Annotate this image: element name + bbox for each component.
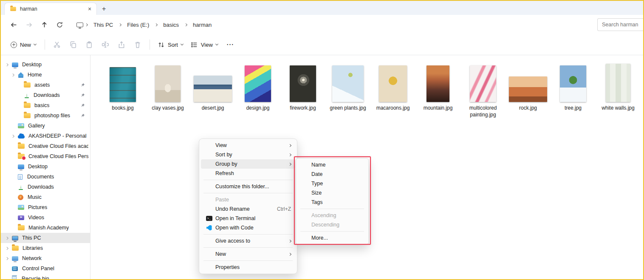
menu-separator (203, 234, 293, 235)
thumbnail-wrap (508, 61, 548, 102)
chevron-right-icon (288, 144, 291, 147)
chevron-down-icon (34, 42, 37, 45)
file-name: mountain.jpg (424, 105, 453, 112)
context-menu-item-customize[interactable]: Customize this folder... (201, 182, 295, 191)
sidebar-item-onedrive[interactable]: AKASHDEEP - Personal (1, 131, 90, 141)
folder-icon (18, 144, 25, 149)
breadcrumb-harman[interactable]: harman (189, 20, 215, 30)
context-menu-item-sort-by[interactable]: Sort by (201, 150, 295, 159)
back-button[interactable] (6, 17, 21, 32)
file-thumbnail (379, 65, 407, 102)
rename-button[interactable] (97, 37, 113, 52)
sidebar-item-pictures[interactable]: Pictures (1, 202, 90, 212)
context-menu-item-undo-rename[interactable]: Undo Rename Ctrl+Z (201, 204, 295, 214)
thumbnail-wrap (238, 61, 277, 102)
sidebar-item-downloads[interactable]: Downloads (1, 182, 90, 192)
tab-harman[interactable]: harman × (4, 3, 97, 15)
menu-separator (203, 260, 293, 261)
group-by-item-date[interactable]: Date (298, 170, 367, 179)
sidebar-item-assets[interactable]: assets (1, 80, 90, 90)
file-item-design[interactable]: design.jpg (238, 61, 277, 112)
breadcrumb-this-pc[interactable]: This PC (90, 20, 117, 30)
forward-button[interactable] (21, 17, 37, 32)
group-by-item-type[interactable]: Type (298, 179, 367, 188)
thumbnail-wrap (554, 61, 593, 102)
sidebar-item-this-pc[interactable]: This PC (1, 233, 90, 243)
sidebar-item-gallery[interactable]: Gallery (1, 121, 90, 131)
more-options-button[interactable]: ··· (222, 39, 239, 51)
refresh-button[interactable] (52, 17, 67, 32)
sidebar-item-photoshop-files[interactable]: photoshop files (1, 110, 90, 121)
sidebar-item-network[interactable]: Network (1, 253, 90, 263)
thumbnail-wrap (373, 61, 412, 102)
view-button[interactable]: View (187, 38, 222, 51)
context-menu-item-give-access-to[interactable]: Give access to (201, 236, 295, 246)
file-item-multicolored-painting[interactable]: multicolored painting.jpg (463, 61, 503, 118)
file-name: green plants.jpg (330, 105, 366, 112)
file-item-white-walls[interactable]: white walls.jpg (599, 61, 638, 112)
file-item-macaroons[interactable]: macaroons.jpg (373, 61, 412, 112)
file-name: desert.jpg (202, 105, 224, 112)
file-item-mountain[interactable]: mountain.jpg (418, 61, 458, 112)
sidebar-item-creative-cloud-academ[interactable]: Creative Cloud Files academ (1, 141, 90, 151)
group-by-item-tags[interactable]: Tags (298, 198, 367, 207)
chevron-icon (11, 74, 14, 76)
sidebar-item-libraries[interactable]: Libraries (1, 243, 90, 253)
sort-button[interactable]: Sort (154, 38, 187, 51)
share-button[interactable] (113, 37, 130, 52)
sidebar-item-desktop-top[interactable]: Desktop (1, 59, 90, 70)
sidebar-item-downloads-pinned[interactable]: Downloads (1, 90, 90, 100)
up-button[interactable] (37, 17, 52, 32)
new-button-label: New (20, 42, 31, 48)
search-input[interactable] (602, 22, 643, 28)
context-menu-item-refresh[interactable]: Refresh (201, 169, 295, 178)
file-item-books[interactable]: books.jpg (103, 61, 142, 112)
sidebar-item-music[interactable]: Music (1, 192, 90, 202)
context-menu-item-open-with-code[interactable]: Open with Code (201, 223, 295, 232)
context-menu-item-open-in-terminal[interactable]: Open in Terminal (201, 214, 295, 223)
menu-item-label: Group by (215, 161, 237, 167)
sidebar-item-desktop[interactable]: Desktop (1, 161, 90, 172)
sidebar-item-recycle-bin[interactable]: Recycle bin (1, 274, 90, 279)
sort-button-label: Sort (168, 42, 178, 48)
sidebar-item-manish-academy[interactable]: Manish Academy (1, 223, 90, 233)
paste-button[interactable] (81, 37, 97, 52)
context-menu-item-new[interactable]: New (201, 249, 295, 259)
thumbnail-wrap (328, 61, 367, 102)
file-item-tree[interactable]: tree.jpg (554, 61, 593, 112)
sidebar-item-basics[interactable]: basics (1, 100, 90, 110)
group-by-item-name[interactable]: Name (298, 160, 367, 170)
context-menu-item-group-by[interactable]: Group by (201, 159, 295, 169)
file-item-firework[interactable]: firework.jpg (283, 61, 322, 112)
file-item-desert[interactable]: desert.jpg (193, 61, 232, 112)
sidebar-item-videos[interactable]: Videos (1, 212, 90, 223)
sidebar-item-label: Network (22, 255, 42, 261)
close-tab-icon[interactable]: × (85, 5, 94, 13)
copy-button[interactable] (65, 37, 81, 52)
folder-icon (24, 103, 31, 108)
sidebar-item-creative-cloud-personal[interactable]: Creative Cloud Files Personal (1, 151, 90, 161)
delete-button[interactable] (130, 37, 146, 52)
breadcrumb-basics[interactable]: basics (159, 20, 183, 30)
context-menu-item-view[interactable]: View (201, 141, 295, 150)
menu-item-label: Tags (311, 199, 322, 205)
file-item-green-plants[interactable]: green plants.jpg (328, 61, 367, 112)
file-item-rock[interactable]: rock.jpg (508, 61, 548, 112)
new-tab-button[interactable]: + (102, 6, 106, 12)
menu-separator (203, 247, 293, 248)
sidebar-item-home[interactable]: Home (1, 70, 90, 80)
file-item-clay-vases[interactable]: clay vases.jpg (148, 61, 187, 112)
new-button[interactable]: New (6, 39, 41, 51)
breadcrumb-drive[interactable]: Files (E:) (123, 20, 153, 30)
command-toolbar: New (1, 34, 643, 55)
sidebar-item-control-panel[interactable]: Control Panel (1, 263, 90, 274)
gallery-icon (18, 123, 24, 128)
context-menu-item-properties[interactable]: Properties (201, 263, 295, 272)
chevron-right-icon (184, 23, 187, 26)
thumbnail-wrap (463, 61, 503, 102)
group-by-item-more[interactable]: More... (298, 233, 367, 243)
view-button-label: View (201, 42, 213, 48)
sidebar-item-documents[interactable]: Documents (1, 172, 90, 182)
group-by-item-size[interactable]: Size (298, 188, 367, 198)
cut-button[interactable] (49, 37, 65, 52)
